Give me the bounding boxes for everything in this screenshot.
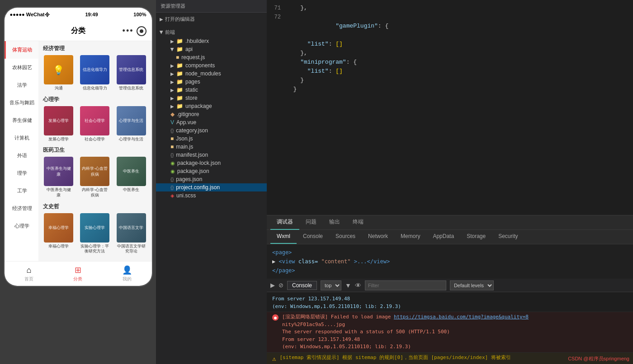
console-toolbar: ▶ ⊘ Console top ▼ 👁 Default levels: [267, 279, 633, 292]
book-item[interactable]: 信息化领导力 信息化领导力: [78, 55, 112, 91]
cat-item-health[interactable]: 养生保健: [5, 112, 38, 129]
stop-button[interactable]: ⊘: [279, 282, 283, 289]
tree-item-unpackage[interactable]: ▶ 📁 unpackage: [156, 102, 267, 110]
tree-item-packagejson[interactable]: ◉ package.json: [156, 167, 267, 175]
devtools-sub-tabs: Wxml Console Sources Network Memory AppD…: [267, 230, 633, 244]
console-filter-input[interactable]: [365, 280, 446, 290]
cat-item-engineering[interactable]: 工学: [5, 182, 38, 200]
tab-output[interactable]: 输出: [323, 215, 346, 230]
tree-item-requestjs[interactable]: ■ request.js: [156, 53, 267, 61]
scss-file-icon: ◈: [170, 193, 174, 199]
tree-item-label: store: [185, 95, 198, 101]
chevron-right-icon: ▶: [170, 39, 174, 44]
console-tab-active[interactable]: Console: [287, 281, 317, 290]
tab-home[interactable]: ⌂ 首页: [24, 265, 34, 282]
eye-icon[interactable]: 👁: [355, 282, 361, 289]
tree-item-projectconfigjson[interactable]: {} project.config.json: [156, 183, 267, 191]
json-pkg-file-icon: ◉: [170, 168, 175, 174]
cat-item-economics[interactable]: 经济管理: [5, 200, 38, 217]
tree-item-store[interactable]: ▶ 📁 store: [156, 94, 267, 102]
code-line: }: [267, 76, 633, 85]
tab-wxml[interactable]: Wxml: [270, 229, 297, 244]
tree-item-static[interactable]: ▶ 📁 static: [156, 86, 267, 94]
book-item[interactable]: 实验心理学 实验心理学：平衡研究方法: [78, 213, 112, 254]
line-content: }: [286, 76, 629, 85]
tree-item-components[interactable]: ▶ 📁 components: [156, 61, 267, 70]
json-file-icon: {}: [170, 185, 174, 190]
tree-item-uniscss[interactable]: ◈ uni.scss: [156, 191, 267, 200]
book-title: 信息化领导力: [83, 86, 107, 91]
phone-header-dots: •••: [123, 26, 134, 36]
error-link[interactable]: https://timgsa.baidu.com/timg?image&qual…: [394, 314, 529, 320]
tree-item-appvue[interactable]: V App.vue: [156, 118, 267, 126]
xml-val: "content": [321, 258, 350, 265]
tab-terminal[interactable]: 终端: [346, 215, 370, 230]
book-item[interactable]: 中国语言文学 中国语言文学研究导论: [114, 213, 148, 254]
tree-item-pagesjson[interactable]: {} pages.json: [156, 175, 267, 183]
book-item[interactable]: 中医养生与健康 中医养生与健康: [42, 157, 76, 198]
tab-debugger[interactable]: 调试器: [270, 215, 299, 230]
expand-icon[interactable]: ▶: [272, 258, 279, 265]
book-item[interactable]: 幸福心理学 幸福心理学: [42, 213, 76, 254]
phone-frame: ●●●●● WeChat令 19:49 100% 分类 ••• 体育运动 农林园…: [4, 7, 153, 287]
tree-item-label: category.json: [176, 127, 208, 134]
tab-category[interactable]: ⊞ 分类: [73, 265, 83, 282]
cat-item-sports[interactable]: 体育运动: [5, 41, 38, 59]
tree-item-manifestjson[interactable]: {} manifest.json: [156, 151, 267, 159]
book-item[interactable]: 💡 沟通: [42, 55, 76, 91]
cat-item-computer[interactable]: 计算机: [5, 129, 38, 147]
tree-item-mainjs[interactable]: ■ main.js: [156, 143, 267, 151]
content-area: 经济管理 💡 沟通 信息化领导力 信息化领导力: [38, 41, 152, 261]
tree-item-jsonjs[interactable]: ■ Json.js: [156, 135, 267, 143]
wxml-content: <page> ▶ <view class= "content" >...</vi…: [267, 244, 633, 279]
tab-console[interactable]: Console: [297, 229, 329, 244]
book-item[interactable]: 中医养生 中医养生: [114, 157, 148, 198]
tree-item-categoryjson[interactable]: {} category.json: [156, 126, 267, 135]
open-editors-header[interactable]: ▶ 打开的编辑器: [156, 14, 267, 24]
tab-storage[interactable]: Storage: [460, 229, 492, 244]
tree-item-gitignore[interactable]: ◆ .gitignore: [156, 110, 267, 118]
cat-item-language[interactable]: 外语: [5, 147, 38, 164]
book-item[interactable]: 心理学与生活 心理学与生活: [114, 106, 148, 142]
tree-item-api[interactable]: ▶ 📁 api: [156, 45, 267, 53]
tab-appdata[interactable]: AppData: [426, 229, 460, 244]
warn-icon: ⚠: [272, 354, 276, 364]
tree-item-label: .hbuilderx: [185, 38, 209, 44]
book-item[interactable]: 发展心理学 发展心理学: [42, 106, 76, 142]
book-item[interactable]: 内科学-心血管疾病 内科学-心血管疾病: [78, 157, 112, 198]
cat-item-agriculture[interactable]: 农林园艺: [5, 59, 38, 76]
tree-item-hbuilderx[interactable]: ▶ 📁 .hbuilderx: [156, 37, 267, 45]
section-title-humanities: 文史哲: [42, 203, 148, 210]
book-item[interactable]: 管理信息系统 管理信息系统: [114, 55, 148, 91]
folder-icon: 📁: [176, 38, 183, 44]
tab-sources[interactable]: Sources: [329, 229, 362, 244]
tab-network[interactable]: Network: [362, 229, 394, 244]
tab-security[interactable]: Security: [492, 229, 524, 244]
log-level-select[interactable]: Default levels: [450, 280, 494, 290]
line-content: }: [286, 85, 629, 94]
json-file-icon: {}: [170, 152, 174, 158]
tab-profile[interactable]: 👤 我的: [122, 265, 132, 282]
js-file-icon: ■: [170, 135, 174, 142]
tree-item-pages[interactable]: ▶ 📁 pages: [156, 78, 267, 86]
book-title: 中医养生与健康: [47, 187, 71, 198]
phone-content: 体育运动 农林园艺 法学 音乐与舞蹈 养生保健 计算机 外语 理学 工学 经济管…: [5, 41, 152, 261]
tab-memory[interactable]: Memory: [394, 229, 426, 244]
tree-item-node-modules[interactable]: ▶ 📁 node_modules: [156, 70, 267, 78]
book-item[interactable]: 社会心理学 社会心理学: [78, 106, 112, 142]
context-select[interactable]: top: [321, 280, 341, 290]
play-button[interactable]: ▶: [270, 282, 275, 289]
cat-item-science[interactable]: 理学: [5, 164, 38, 182]
dropdown-icon: ▼: [345, 282, 351, 289]
console-msg-warn-1: ⚠ [sitemap 索引情况提示] 根据 sitemap 的规则[0]，当前页…: [267, 353, 633, 364]
cat-item-law[interactable]: 法学: [5, 76, 38, 94]
frontend-header[interactable]: ▶ 前端: [156, 28, 267, 37]
tab-problems[interactable]: 问题: [299, 215, 323, 230]
code-editor[interactable]: 71 }, 72 "gamePlugin": { "list": []: [267, 0, 633, 215]
cat-item-music[interactable]: 音乐与舞蹈: [5, 94, 38, 112]
tree-item-packagelockjson[interactable]: ◉ package-lock.json: [156, 159, 267, 167]
cat-item-psychology[interactable]: 心理学: [5, 217, 38, 235]
folder-icon: 📁: [176, 79, 183, 85]
frontend-label: 前端: [165, 29, 175, 36]
console-content: From server 123.157.149.48 (env: Windows…: [267, 292, 633, 364]
